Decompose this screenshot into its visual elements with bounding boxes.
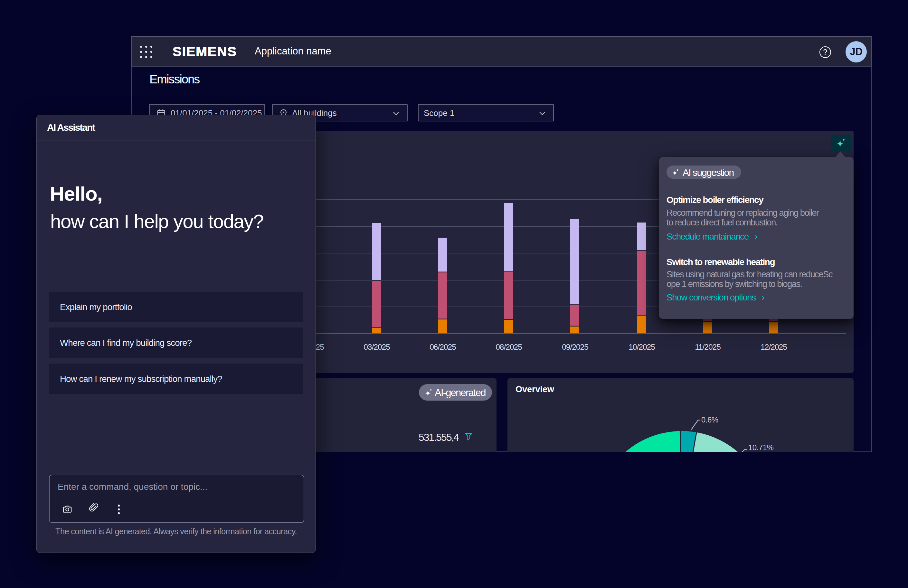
svg-text:0.6%: 0.6% (701, 416, 718, 424)
svg-text:10.71%: 10.71% (748, 443, 774, 452)
